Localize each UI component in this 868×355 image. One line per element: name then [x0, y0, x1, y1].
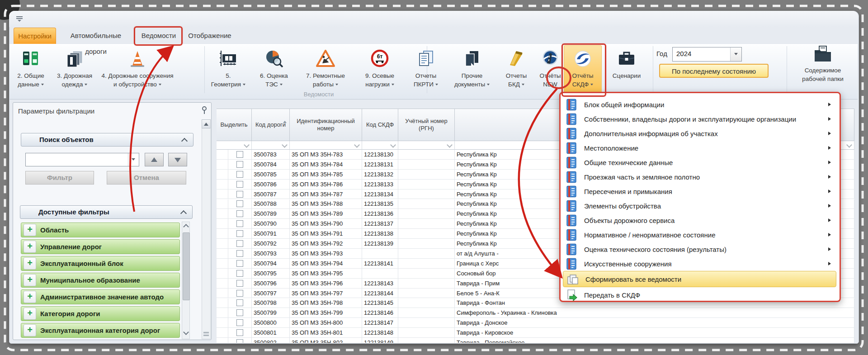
add-filter-icon[interactable]: + — [24, 308, 36, 320]
checkbox-cell[interactable] — [228, 170, 252, 179]
cancel-button[interactable]: Отмена — [107, 171, 186, 185]
add-filter-icon[interactable]: + — [24, 257, 36, 270]
tab-автомобильные-дороги[interactable]: Автомобильные дороги — [61, 28, 130, 43]
prev-button[interactable] — [145, 153, 164, 166]
row-checkbox[interactable] — [236, 191, 243, 198]
year-combobox[interactable]: 2024 — [672, 47, 742, 62]
filter-dropdown-icon[interactable] — [354, 142, 360, 148]
row-checkbox[interactable] — [236, 151, 243, 158]
ribbon-button-layers[interactable]: 3. Дорожнаяодежда — [52, 45, 97, 93]
menu-item[interactable]: Нормативное / ненормативное состояние — [562, 227, 838, 242]
menu-item[interactable]: Общие технические данные — [562, 155, 838, 170]
ribbon-button-docsdark[interactable]: Прочиедокументы — [447, 45, 497, 93]
checkbox-cell[interactable] — [228, 199, 252, 209]
checkbox-cell[interactable] — [228, 209, 252, 218]
ribbon-button-axle[interactable]: 6т9. Осевыенагрузки — [355, 45, 404, 93]
filter-dropdown-icon[interactable] — [390, 142, 396, 148]
row-checkbox[interactable] — [236, 329, 243, 336]
column-header-4[interactable]: Код СКДФ — [362, 109, 398, 141]
search-group-header[interactable]: Поиск объектов — [21, 133, 193, 147]
year-dropdown-button[interactable] — [730, 47, 741, 61]
filter-cell-1[interactable] — [217, 141, 252, 150]
menu-item[interactable]: Оценка технического состояния (результат… — [562, 242, 838, 256]
table-row[interactable]: 350080035 ОП МЗ 35Н-800122138147Таврида … — [217, 318, 854, 328]
filter-item[interactable]: +Категория дороги — [21, 306, 180, 321]
add-filter-icon[interactable]: + — [24, 241, 36, 253]
row-checkbox[interactable] — [236, 299, 243, 306]
checkbox-cell[interactable] — [228, 229, 252, 238]
row-checkbox[interactable] — [236, 210, 243, 217]
table-row[interactable]: 350080135 ОП МЗ 35Н-801122138148Таврида … — [217, 328, 854, 338]
filter-cell-3[interactable] — [290, 141, 362, 150]
menu-item[interactable]: Местоположение — [562, 141, 838, 155]
filter-item[interactable]: +Административное значение автодо — [21, 289, 180, 304]
filter-cell-5[interactable] — [398, 141, 455, 150]
row-checkbox[interactable] — [236, 260, 243, 267]
row-checkbox[interactable] — [236, 309, 243, 316]
tab-отображение[interactable]: Отображение — [186, 28, 233, 43]
checkbox-cell[interactable] — [228, 289, 252, 298]
column-header-3[interactable]: Идентификационный номер — [290, 109, 362, 141]
menu-item[interactable]: Проезжая часть и земляное полотно — [562, 170, 838, 184]
filters-group-header[interactable]: Доступные фильтры — [20, 205, 193, 219]
checkbox-cell[interactable] — [228, 269, 252, 278]
row-checkbox[interactable] — [236, 290, 243, 297]
menu-item[interactable]: Пересечения и примыкания — [562, 184, 838, 199]
checkbox-cell[interactable] — [228, 180, 252, 189]
checkbox-cell[interactable] — [228, 308, 252, 317]
checkbox-cell[interactable] — [228, 318, 252, 327]
filter-dropdown-icon[interactable] — [244, 142, 250, 148]
next-button[interactable] — [168, 153, 187, 166]
search-dropdown-button[interactable] — [128, 153, 139, 166]
ribbon-button-binders[interactable]: 2. Общиеданные — [10, 45, 52, 93]
row-checkbox[interactable] — [236, 250, 243, 257]
checkbox-cell[interactable] — [228, 249, 252, 258]
ribbon-button-globe[interactable]: ОтчётыNEW — [535, 45, 565, 93]
row-checkbox[interactable] — [236, 220, 243, 227]
add-filter-icon[interactable]: + — [24, 291, 36, 303]
search-combobox[interactable] — [25, 153, 139, 166]
filter-cell-4[interactable] — [362, 141, 398, 150]
row-checkbox[interactable] — [236, 339, 243, 343]
table-row[interactable]: 350079935 ОП МЗ 35Н-799122138146Симфероп… — [217, 308, 854, 318]
checkbox-cell[interactable] — [228, 298, 252, 308]
panel-scroll-grip[interactable] — [203, 332, 209, 337]
row-checkbox[interactable] — [236, 161, 243, 168]
ribbon-button-briefcase[interactable]: Сценарии — [605, 45, 648, 93]
checkbox-cell[interactable] — [228, 338, 252, 343]
add-filter-icon[interactable]: + — [24, 324, 36, 336]
column-header-2[interactable]: Код дороги — [252, 109, 290, 141]
checkbox-cell[interactable] — [228, 189, 252, 199]
panel-scrollbar[interactable] — [202, 119, 211, 339]
row-checkbox[interactable] — [236, 270, 243, 277]
column-header-5[interactable]: Учётный номер (РГН) — [398, 109, 455, 141]
ribbon-button-cone[interactable]: 4. Дорожные сооруженияи обустройство — [98, 45, 177, 93]
menu-item[interactable]: Блок общей информации — [562, 97, 838, 112]
workfolder-button[interactable]: Содержимоерабочей папки — [791, 44, 854, 83]
add-filter-icon[interactable]: + — [24, 274, 36, 286]
ribbon-button-pie[interactable]: 6. ОценкаТЭС — [251, 45, 297, 93]
pin-icon[interactable] — [201, 106, 208, 115]
filter-button[interactable]: Фильтр — [25, 171, 94, 185]
quick-access-toolbar-icon[interactable] — [16, 16, 23, 22]
filter-item[interactable]: +Эксплуатационный блок — [21, 256, 180, 271]
filter-item[interactable]: +Муниципальное образование — [21, 273, 180, 288]
row-checkbox[interactable] — [236, 171, 243, 178]
tab-настройки[interactable]: Настройки — [14, 28, 56, 44]
filter-dropdown-icon[interactable] — [447, 142, 453, 148]
add-filter-icon[interactable]: + — [24, 224, 36, 236]
panel-scroll-up-button[interactable] — [202, 119, 211, 128]
ribbon-button-ruler[interactable]: 5.Геометрия — [206, 45, 251, 93]
filter-cell-2[interactable] — [252, 141, 290, 150]
menu-item[interactable]: Искусственные сооружения — [562, 256, 838, 271]
filter-item[interactable]: +Управление дорог — [21, 239, 180, 254]
menu-item-transfer-skdf[interactable]: Передать в СКДФ — [562, 289, 838, 301]
filter-item[interactable]: +Область — [21, 222, 180, 237]
ribbon-button-docsblue[interactable]: ОтчетыПКРТИ — [406, 45, 446, 93]
checkbox-cell[interactable] — [228, 219, 252, 228]
menu-item[interactable]: Объекты дорожного сервиса — [562, 213, 838, 227]
filter-dropdown-icon[interactable] — [282, 142, 288, 148]
table-row[interactable]: 350080235 ОП МЗ 35Н-802122138149Таврида … — [217, 338, 854, 343]
filter-dropdown-icon[interactable] — [846, 142, 852, 148]
row-checkbox[interactable] — [236, 280, 243, 287]
